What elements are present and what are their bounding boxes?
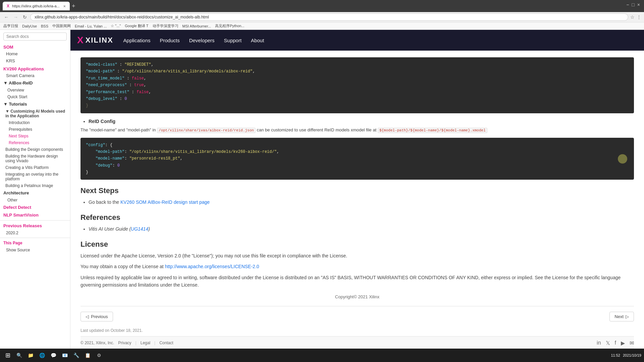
previous-button[interactable]: ◁Previous — [80, 312, 113, 321]
sidebar-item-other[interactable]: Other — [0, 197, 70, 203]
license-text-3: Unless required by applicable law or agr… — [80, 274, 634, 289]
copyright-text: Copyright© 2021 Xilinx — [80, 294, 634, 299]
taskbar-time: 11:52 — [611, 353, 620, 357]
sidebar-item-2020-2[interactable]: 2020.2 — [0, 230, 70, 236]
bookmark-5[interactable]: Email - Lu, Yulan ... — [75, 24, 107, 28]
nav-link-products[interactable]: Products — [160, 38, 179, 43]
taskbar-icon-3[interactable]: 💬 — [48, 350, 58, 360]
extension-icon[interactable]: ⋮ — [637, 14, 641, 20]
sidebar-item-introduction[interactable]: Introduction — [0, 119, 70, 126]
references-link[interactable]: UG1414 — [131, 226, 148, 232]
bookmark-3[interactable]: BSS — [41, 24, 48, 28]
show-source-item[interactable]: Show Source — [0, 247, 70, 253]
sidebar-search — [0, 30, 70, 43]
back-button[interactable]: ← — [3, 14, 10, 20]
navbar-links: Applications Products Developers Support… — [123, 38, 264, 43]
sidebar-item-home[interactable]: Home — [0, 50, 70, 57]
references-item: Vitis AI User Guide (UG1414) — [89, 225, 634, 233]
nav-link-applications[interactable]: Applications — [123, 38, 151, 43]
sidebar-tutorials-label[interactable]: ▼ Tutorials — [0, 100, 70, 108]
close-button[interactable]: × — [637, 2, 640, 7]
linkedin-icon[interactable]: in — [597, 340, 601, 346]
sidebar-item-overview[interactable]: Overview — [0, 87, 70, 94]
taskbar-icon-2[interactable]: 🌐 — [37, 350, 47, 360]
browser-tab[interactable]: X https://xilinx.github.io/kria-a... × — [3, 2, 70, 10]
taskbar-icon-4[interactable]: 📧 — [60, 350, 70, 360]
minimize-button[interactable]: − — [626, 2, 629, 7]
search-taskbar-button[interactable]: 🔍 — [14, 350, 24, 360]
references-heading: References — [80, 213, 634, 222]
sidebar-item-next-steps[interactable]: Next Steps — [0, 133, 70, 139]
search-input[interactable] — [3, 33, 67, 41]
nav-buttons: ◁Previous Next▷ — [80, 306, 634, 321]
taskbar-icon-6[interactable]: 📋 — [83, 350, 93, 360]
sidebar-item-building-design[interactable]: Building the Design components — [0, 146, 70, 153]
code-block-2: "config": { "model-path": "/opt/xilinx/s… — [80, 138, 634, 180]
sidebar-item-building-hardware[interactable]: Building the Hardware design using Vivad… — [0, 153, 70, 164]
maximize-button[interactable]: □ — [632, 2, 634, 7]
reid-config-description: The "model-name" and "model-path" in /op… — [80, 127, 634, 134]
bookmark-8[interactable]: 动手学深度学习 — [153, 23, 178, 28]
sidebar-item-references[interactable]: References — [0, 139, 70, 146]
facebook-icon[interactable]: f — [615, 340, 616, 346]
tab-close-icon[interactable]: × — [63, 4, 66, 9]
next-button[interactable]: Next▷ — [609, 312, 634, 321]
sidebar-item-creating-vitis[interactable]: Creating a Vitis Platform — [0, 164, 70, 171]
youtube-icon[interactable]: ▶ — [621, 340, 625, 346]
bookmark-4[interactable]: 中国新闻网 — [52, 23, 71, 28]
next-steps-link[interactable]: KV260 SOM AIBox-ReID design start page — [120, 199, 210, 205]
bookmark-2[interactable]: DailyUse — [22, 24, 37, 28]
email-icon[interactable]: ✉ — [630, 340, 634, 346]
sidebar-architecture-label[interactable]: Architecture — [0, 189, 70, 197]
footer-privacy-link[interactable]: Privacy — [118, 341, 131, 345]
last-updated: Last updated on October 18, 2021. — [80, 328, 634, 333]
license-link[interactable]: http://www.apache.org/licenses/LICENSE-2… — [165, 264, 259, 269]
sidebar-item-prerequisites[interactable]: Prerequisites — [0, 126, 70, 133]
footer-company: © 2021, Xilinx, Inc. — [80, 341, 114, 345]
sidebar-item-smart-camera[interactable]: Smart Camera — [0, 72, 70, 79]
forward-button[interactable]: → — [12, 14, 19, 20]
tab-title: https://xilinx.github.io/kria-a... — [12, 4, 60, 8]
nav-link-developers[interactable]: Developers — [189, 38, 215, 43]
license-text-2: You may obtain a copy of the License at … — [80, 263, 634, 270]
cursor-highlight — [618, 154, 627, 164]
sidebar-item-customizing[interactable]: ▼ Customizing AI Models used in the Appl… — [0, 108, 70, 119]
nav-link-support[interactable]: Support — [224, 38, 242, 43]
xilinx-logo[interactable]: X XILINX — [77, 35, 113, 46]
star-icon[interactable]: ☆ — [630, 14, 635, 20]
taskbar-icon-5[interactable]: 🔧 — [71, 350, 81, 360]
sidebar-item-krs[interactable]: KRS — [0, 57, 70, 64]
bookmark-7[interactable]: Google 翻译 T — [125, 23, 148, 28]
sidebar-item-nlp-smartvision[interactable]: NLP SmartVision — [0, 211, 70, 219]
address-bar[interactable]: xilinx.github.io/kria-apps-docs/main/bui… — [30, 13, 628, 21]
bookmark-6[interactable]: ☆ "..." — [111, 24, 121, 28]
nav-link-about[interactable]: About — [251, 38, 264, 43]
refresh-button[interactable]: ↻ — [21, 14, 28, 20]
next-steps-item: Go back to the KV260 SOM AIBox-ReID desi… — [89, 198, 634, 206]
bookmark-10[interactable]: 高见程序Python... — [215, 23, 244, 28]
footer-legal-link[interactable]: Legal — [141, 341, 150, 345]
bookmark-9[interactable]: MSI Afterburner... — [182, 24, 211, 28]
footer-social: in 𝕏 f ▶ ✉ — [597, 340, 634, 346]
sidebar-item-integrating-overlay[interactable]: Integrating an overlay into the platform — [0, 171, 70, 182]
this-page-label: This Page — [0, 239, 70, 247]
logo-x-icon: X — [77, 35, 84, 46]
reid-config-path-inline-2: ${model-path}/${model-name}/${model-name… — [378, 128, 487, 133]
sidebar: SOM Home KRS KV260 Applications Smart Ca… — [0, 30, 70, 349]
sidebar-item-defect-detect[interactable]: Defect Detect — [0, 203, 70, 211]
top-navbar: X XILINX Applications Products Developer… — [70, 30, 644, 51]
twitter-icon[interactable]: 𝕏 — [606, 340, 610, 346]
start-button[interactable]: ⊞ — [3, 350, 13, 360]
new-tab-button[interactable]: + — [72, 3, 75, 10]
footer-contact-link[interactable]: Contact — [159, 341, 173, 345]
sidebar-kv260-label: KV260 Applications — [0, 64, 70, 72]
taskbar-right: 11:52 2021/10/19 — [611, 353, 641, 357]
code-block-1: "model-class" : "REFINEDET", "model-path… — [80, 57, 634, 113]
sidebar-item-quick-start[interactable]: Quick Start — [0, 94, 70, 100]
taskbar-icon-7[interactable]: ⚙ — [94, 350, 104, 360]
taskbar-icon-1[interactable]: 📁 — [25, 350, 36, 360]
sidebar-item-building-petalinux[interactable]: Building a Petalinux Image — [0, 182, 70, 189]
sidebar-aibox-label[interactable]: ▼ AIBox-ReID — [0, 79, 70, 87]
license-heading: License — [80, 240, 634, 249]
bookmark-1[interactable]: 晶亨日报 — [3, 23, 18, 28]
